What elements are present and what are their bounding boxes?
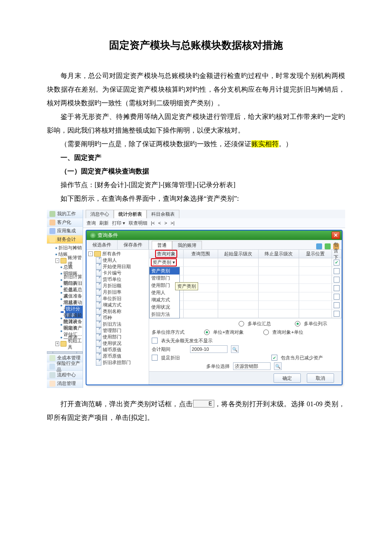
include-sub-check[interactable] [334,311,340,317]
radio-sort-1[interactable] [204,330,210,335]
toolbar-item-4[interactable]: |< [151,220,155,225]
toolbar-item-2[interactable]: 打印 ▾ [112,220,125,226]
cancel-button[interactable]: 取消 [307,373,334,383]
include-sub-check-1[interactable]: ✔ [334,260,340,266]
cell-end[interactable] [259,258,299,267]
grid-cell[interactable] [299,301,332,309]
cond-tab-candidate[interactable]: 候选条件 [86,240,118,249]
sidebar-bottom-1[interactable]: 保险行业产品 [47,362,83,371]
refresh-icon[interactable] [325,243,331,249]
close-icon[interactable]: ✕ [331,231,340,239]
chk-depr[interactable] [152,355,158,361]
cond-item[interactable]: 使用人 [87,257,149,263]
cond-item[interactable]: 类别名称 [87,308,149,315]
object-dropdown[interactable]: 资产类别管理部门资产类别使用部门使用人增减方式使用状况折旧方法 [149,267,180,318]
grid-cell[interactable] [299,267,332,275]
toolbar-item-6[interactable]: > [164,220,167,225]
grid-cell[interactable] [299,309,332,318]
grid-cell[interactable] [184,301,218,309]
dd-option[interactable]: 管理部门资产类别 [150,275,179,282]
cond-item[interactable]: 辅币原值 [87,347,149,353]
right-tab-mybook[interactable]: 我的账簿 [172,241,202,249]
grid-cell[interactable] [218,301,259,309]
cell-start[interactable] [218,258,259,267]
dd-option[interactable]: 使用状况 [150,304,179,311]
grid-cell[interactable] [218,275,259,284]
tree-node[interactable]: 固定资产评估汇… [49,328,83,334]
toolbar-item-0[interactable]: 查询 [86,220,96,226]
include-sub-check[interactable] [334,302,340,308]
grid-cell[interactable] [299,275,332,284]
grid-cell[interactable] [218,292,259,301]
grid-cell[interactable] [259,284,299,292]
dialog-titlebar[interactable]: 查询条件 ✕ [86,231,342,240]
radio-unit-sum[interactable] [239,321,244,327]
expand-toggle-icon[interactable]: - [55,258,59,263]
cond-item[interactable]: 使用状况 [87,340,149,347]
grid-cell[interactable] [299,284,332,292]
dd-option[interactable]: 折旧方法 [150,311,179,318]
cond-item[interactable]: 折旧承担部门 [87,359,149,366]
grid-cell[interactable] [218,309,259,318]
sidebar-tree[interactable]: 折旧与摊销结账-账簿管理总账明细账折旧计算明细表部门折旧汇总表价值汇总表减值准备… [47,244,83,351]
cond-item[interactable]: 单位折旧 [87,295,149,302]
cond-item[interactable]: 月折旧额 [87,283,149,289]
cell-pos[interactable] [299,258,332,267]
cond-item[interactable]: 卡片编号 [87,270,149,276]
toolbar-item-5[interactable]: < [158,220,161,225]
toolbar-item-7[interactable]: >| [170,220,174,225]
grid-cell[interactable] [259,275,299,284]
cond-item[interactable]: 币种 [87,315,149,321]
chk-nozero[interactable] [152,338,158,344]
save-icon[interactable] [316,243,322,249]
include-sub-check[interactable] [334,285,340,291]
main-tab-0[interactable]: 消息中心 [86,210,114,218]
cond-tab-saved[interactable]: 保存条件 [118,240,149,249]
cond-item[interactable]: 折旧方法 [87,321,149,327]
main-tab-2[interactable]: 科目余额表 [147,210,179,218]
grid-cell[interactable] [184,309,218,318]
grid-cell[interactable] [184,267,218,275]
chk-incdec[interactable]: ✔ [271,355,277,361]
unit-input[interactable]: 济源营销部 [233,362,271,370]
sidebar-bottom-3[interactable]: 消息管理 [47,379,83,388]
grid-cell[interactable] [184,292,218,301]
toolbar-item-3[interactable]: 联查明细 [129,220,147,226]
sidebar-section-0[interactable]: 我的工作 [47,210,83,218]
cell-range[interactable] [184,258,218,267]
cond-item[interactable]: 开始使用日期 [87,263,149,270]
cond-item[interactable]: 增减方式 [87,302,149,308]
main-tab-1[interactable]: 统计分析表 [114,210,147,218]
include-sub-check[interactable] [334,268,340,274]
tree-node[interactable]: 折旧与摊销 [49,245,83,251]
sidebar-section-2[interactable]: 应用集成 [47,227,83,235]
condition-tree[interactable]: -所有条件使用人开始使用日期卡片编号货币单位月折旧额月折旧率单位折旧增减方式类别… [86,250,149,384]
period-input[interactable]: 2009-10 [190,345,228,353]
grid-cell[interactable] [218,267,259,275]
period-lookup-icon[interactable]: 🔍 [231,345,239,353]
radio-sort-2[interactable] [263,330,269,335]
cond-item[interactable]: 月折旧率 [87,289,149,295]
sidebar-section-1[interactable]: 客户化 [47,218,83,227]
tree-node[interactable]: +初始工具 [49,341,83,347]
dd-option[interactable]: 增减方式 [150,296,179,304]
grid-cell[interactable] [259,301,299,309]
cond-root[interactable]: -所有条件 [87,251,149,257]
cond-item[interactable]: 管理部门 [87,327,149,334]
sidebar-section-3[interactable]: 财务会计 [47,235,83,244]
grid-cell[interactable] [259,267,299,275]
include-sub-check[interactable] [334,294,340,300]
expand-toggle-icon[interactable]: + [55,341,59,346]
toolbar-item-1[interactable]: 刷新 [99,220,109,226]
unit-lookup-icon[interactable]: 🔍 [274,362,282,370]
selected-object-cell[interactable]: 资产类别 ▾ [151,258,177,266]
ok-button[interactable]: 确定 [274,373,301,383]
grid-cell[interactable] [259,309,299,318]
tree-node[interactable]: -账簿管理 [49,257,83,264]
right-tab-general[interactable]: 普通 [152,241,172,249]
dd-option[interactable]: 资产类别 [150,267,179,275]
cond-item[interactable]: 货币单位 [87,276,149,283]
cond-item[interactable]: 使用部门 [87,334,149,340]
grid-cell[interactable] [299,292,332,301]
cond-item[interactable]: 原币原值 [87,353,149,359]
